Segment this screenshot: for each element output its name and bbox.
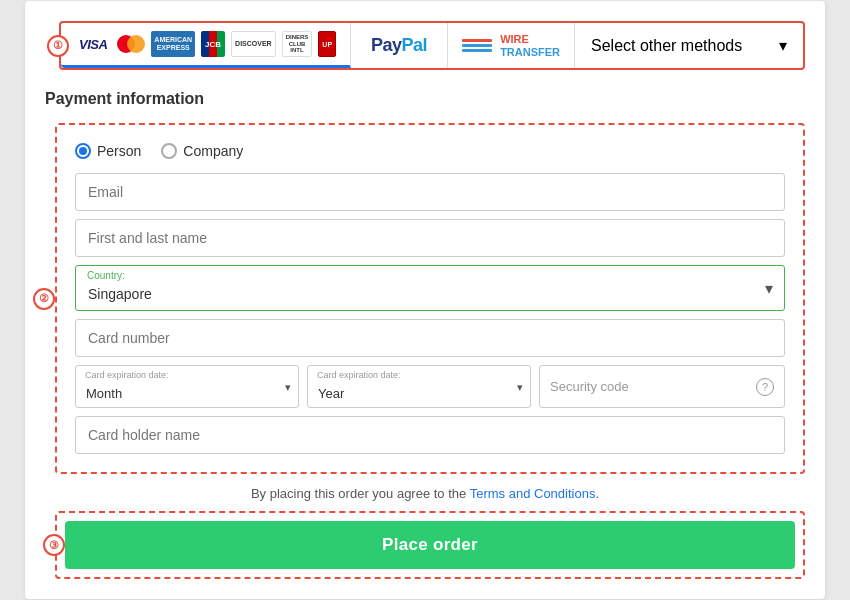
- expiry-row: Card expiration date: Month 010203 04050…: [75, 365, 785, 408]
- card-number-field[interactable]: [75, 319, 785, 357]
- person-radio-label[interactable]: Person: [75, 143, 141, 159]
- wire-icon: [462, 39, 492, 52]
- paypal-logo: PayPal: [371, 35, 427, 56]
- wire-transfer-section[interactable]: WIRE TRANSFER: [448, 23, 575, 68]
- unionpay-logo: UP: [318, 31, 336, 57]
- payment-methods-row: VISA AMERICANEXPRESS JCB DISCOVER DINERS…: [59, 21, 805, 70]
- payment-info-title: Payment information: [45, 90, 805, 108]
- country-select-wrapper: Country: Singapore United States United …: [75, 265, 785, 311]
- diners-logo: DINERSCLUBINTL: [282, 31, 313, 57]
- other-methods-label: Select other methods: [591, 37, 742, 55]
- country-select[interactable]: Singapore United States United Kingdom: [75, 265, 785, 311]
- company-label: Company: [183, 143, 243, 159]
- company-radio-label[interactable]: Company: [161, 143, 243, 159]
- jcb-logo: JCB: [201, 31, 225, 57]
- expiry-year-wrapper: Card expiration date: Year 202420252026 …: [307, 365, 531, 408]
- name-field[interactable]: [75, 219, 785, 257]
- company-radio[interactable]: [161, 143, 177, 159]
- security-code-label: Security code: [550, 379, 750, 394]
- expiry-month-label: Card expiration date:: [85, 370, 169, 380]
- place-order-dashed-border: Place order: [55, 511, 805, 579]
- terms-text: By placing this order you agree to the T…: [45, 486, 805, 501]
- mastercard-logo: [117, 35, 145, 53]
- payment-form: Person Company Country: Singapore United…: [55, 123, 805, 474]
- country-label: Country:: [87, 270, 125, 281]
- other-methods-dropdown[interactable]: Select other methods ▾: [575, 23, 803, 68]
- expiry-year-label: Card expiration date:: [317, 370, 401, 380]
- security-code-field[interactable]: Security code ?: [539, 365, 785, 408]
- wire-transfer-label: WIRE TRANSFER: [500, 33, 560, 57]
- discover-logo: DISCOVER: [231, 31, 276, 57]
- security-help-icon[interactable]: ?: [756, 378, 774, 396]
- form-wrapper: ② Person Company Country:: [45, 123, 805, 474]
- paypal-section[interactable]: PayPal: [351, 23, 448, 68]
- place-order-button[interactable]: Place order: [65, 521, 795, 569]
- person-label: Person: [97, 143, 141, 159]
- email-field[interactable]: [75, 173, 785, 211]
- person-company-row: Person Company: [75, 143, 785, 159]
- person-radio[interactable]: [75, 143, 91, 159]
- step2-badge: ②: [33, 288, 55, 310]
- cards-section[interactable]: VISA AMERICANEXPRESS JCB DISCOVER DINERS…: [61, 23, 351, 68]
- step1-badge: ①: [47, 35, 69, 57]
- visa-logo: VISA: [75, 31, 111, 57]
- expiry-month-wrapper: Card expiration date: Month 010203 04050…: [75, 365, 299, 408]
- dropdown-arrow-icon: ▾: [779, 36, 787, 55]
- terms-link[interactable]: Terms and Conditions: [470, 486, 596, 501]
- step3-badge: ③: [43, 534, 65, 556]
- card-holder-field[interactable]: [75, 416, 785, 454]
- amex-logo: AMERICANEXPRESS: [151, 31, 195, 57]
- place-order-wrapper: ③ Place order: [55, 511, 805, 579]
